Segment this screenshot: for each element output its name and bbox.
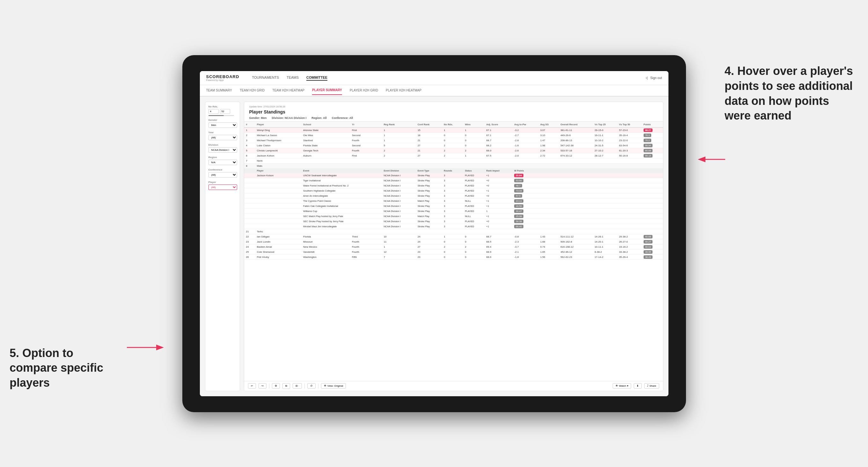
cell-yr: Second [350, 143, 382, 148]
nav-committee[interactable]: COMMITTEE [306, 75, 328, 81]
cell-wins: 2 [463, 148, 484, 153]
cell-to-par: -2.6 [512, 148, 538, 153]
nav-tournaments[interactable]: TOURNAMENTS [252, 75, 279, 81]
year-filter: Year (All) [209, 131, 237, 140]
table-row: 21 Terhc [244, 229, 663, 234]
table-row: 26 Petr Hruby Washington Fifth 7 23 0 0 … [244, 254, 663, 259]
watch-icon: 👁 [616, 384, 618, 387]
cell-adj-score: 67.1 [485, 133, 513, 138]
table-row: 5 Christo Lamprecht Georgia Tech Fourth … [244, 148, 663, 153]
cell-record: 449-26-6 [558, 133, 593, 138]
conference-display: Conference: All [332, 116, 353, 120]
filters-panel: No Rds. Gender Men Year [205, 102, 240, 391]
conference-select[interactable]: (All) [209, 172, 237, 178]
cell-school: Arizona State [301, 127, 350, 133]
event-th-type: Event Type [416, 168, 442, 173]
event-cell-event: UNCW Seahawk Intercollegiate [301, 173, 382, 178]
event-cell-event: Tiger Invitational [301, 178, 382, 183]
cell-vs50: 23-22-0 [617, 138, 642, 143]
watch-btn[interactable]: 👁 Watch ▾ [613, 383, 631, 388]
region-select[interactable]: N/A [209, 160, 237, 165]
tab-team-h2h-heatmap[interactable]: TEAM H2H HEATMAP [272, 86, 304, 95]
tab-team-summary[interactable]: TEAM SUMMARY [206, 86, 232, 95]
cell-conf-rank: 21 [416, 148, 442, 153]
player-filter-label: Player [209, 181, 237, 184]
table-row: 22 Ian Gilligan Florida Third 10 24 1 0 … [244, 234, 663, 239]
tab-player-h2h-grid[interactable]: PLAYER H2H GRID [350, 86, 378, 95]
no-rds-label: No Rds. [209, 105, 237, 108]
cell-empty [244, 173, 255, 178]
layout-btn[interactable]: ⊟ · [292, 383, 302, 388]
no-rds-min-input[interactable] [209, 109, 219, 114]
cell-vs50: 50-16-8 [617, 153, 642, 158]
gender-filter-label: Gender [209, 119, 237, 121]
filter-btn[interactable]: ⚙ [272, 383, 280, 388]
redo-btn[interactable]: ↪ [258, 383, 267, 388]
cell-rds: 0 [442, 138, 463, 143]
gender-display: Gender: Men [249, 116, 267, 120]
cell-reg-rank: 1 [382, 133, 416, 138]
tab-team-h2h-grid[interactable]: TEAM H2H GRID [240, 86, 265, 95]
cell-school: Auburn [301, 153, 350, 158]
standings-table: # Player School Yr Reg Rank Conf Rank No… [244, 122, 663, 260]
tab-player-h2h-heatmap[interactable]: PLAYER H2H HEATMAP [386, 86, 422, 95]
event-data-row: Wake Forest Invitational at Pinehurst No… [244, 183, 663, 188]
division-select[interactable]: NCAA Division I [209, 147, 237, 153]
event-cell-points[interactable]: 53.60 [512, 178, 663, 183]
event-cell-points[interactable]: 20.64 [512, 173, 663, 178]
table-row: 8 Mats [244, 163, 663, 168]
cell-wins: 1 [463, 127, 484, 133]
player-select[interactable]: (All) [209, 185, 237, 190]
undo-btn[interactable]: ↩ [248, 383, 256, 388]
event-cell-division: NCAA Division I [382, 178, 416, 183]
nav-teams[interactable]: TEAMS [286, 75, 299, 81]
tab-player-summary[interactable]: PLAYER SUMMARY [312, 86, 342, 95]
share-btn[interactable]: ⤴ Share [644, 383, 659, 388]
table-row: 6 Jackson Kohon Auburn First 2 27 2 1 67… [244, 153, 663, 158]
cell-points[interactable]: 70.2 [642, 138, 663, 143]
copy-btn[interactable]: ⧉ [282, 383, 290, 389]
cell-empty [301, 163, 663, 168]
cell-school: Georgia Tech [301, 148, 350, 153]
cell-vs25: 24-31-5 [593, 143, 617, 148]
th-rank: # [244, 122, 255, 127]
cell-record: 381-61-11 [558, 127, 593, 133]
cell-points[interactable]: 68.94 [642, 143, 663, 148]
cell-avg-sg: 2.72 [538, 153, 559, 158]
event-cell-player: Jackson Kolson [255, 173, 301, 178]
table-panel: Update time: 27/01/2024 16:56:26 Player … [244, 102, 663, 391]
panel-header: Update time: 27/01/2024 16:56:26 Player … [244, 102, 663, 122]
chevron-down-icon: ▾ [627, 384, 628, 387]
cell-to-par: -2.8 [512, 138, 538, 143]
cell-avg-sg: 2.34 [538, 148, 559, 153]
event-data-row: The Cypress Point Classic NCAA Division … [244, 198, 663, 204]
gender-select[interactable]: Men [209, 122, 237, 128]
arrow-left-svg [124, 341, 165, 354]
view-btn[interactable]: 👁 View: Original [321, 383, 346, 388]
cell-player: Mats [255, 163, 301, 168]
tablet-screen: SCOREBOARD Powered by clippi TOURNAMENTS… [200, 71, 669, 396]
year-select[interactable]: (All) [209, 135, 237, 140]
cell-yr: First [350, 127, 382, 133]
clock-btn[interactable]: ⏱ [307, 383, 316, 388]
cell-points[interactable]: 88.27 [642, 127, 663, 133]
cell-rds: 2 [442, 148, 463, 153]
event-cell-status: PLAYED [463, 173, 484, 178]
cell-reg-rank: 5 [382, 143, 416, 148]
cell-points[interactable]: 76.3 [642, 133, 663, 138]
cell-wins: 0 [463, 138, 484, 143]
cell-points[interactable]: 68.18 [642, 153, 663, 158]
event-cell-rounds: 3 [442, 178, 463, 183]
event-data-row: Fallen Oak Collegiate Invitational NCAA … [244, 204, 663, 209]
nav-right: ›| Sign out [646, 76, 662, 80]
player-filter: Player (All) [209, 181, 237, 190]
sign-out-link[interactable]: Sign out [650, 76, 662, 80]
no-rds-max-input[interactable] [220, 109, 230, 114]
cell-yr: Fourth [350, 138, 382, 143]
cell-avg-sg: 3.10 [538, 133, 559, 138]
export-btn[interactable]: ⬇ [634, 383, 642, 388]
cell-points[interactable]: 80.89 [642, 148, 663, 153]
no-rds-slider[interactable] [209, 115, 234, 116]
th-vs25: Vs Top 25 [593, 122, 617, 127]
cell-yr: First [350, 153, 382, 158]
